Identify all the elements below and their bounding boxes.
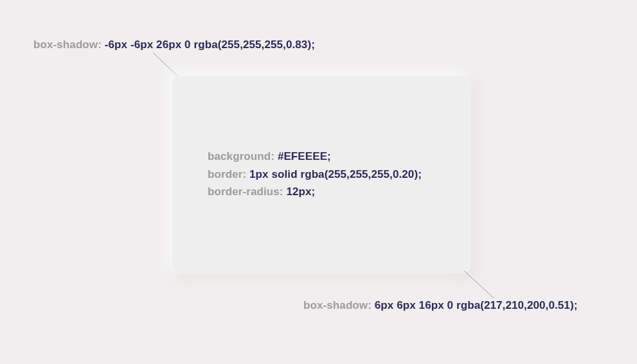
- css-property-label: border-radius:: [208, 186, 283, 198]
- css-value-label: 6px 6px 16px 0 rgba(217,210,200,0.51);: [375, 299, 578, 311]
- card-css-block: background: #EFEEEE; border: 1px solid r…: [208, 149, 422, 200]
- css-value-label: 1px solid rgba(255,255,255,0.20);: [249, 168, 422, 180]
- css-property-label: box-shadow:: [33, 39, 102, 51]
- css-property-label: border:: [208, 168, 246, 180]
- css-value-label: 12px;: [286, 186, 315, 198]
- leader-line-bottom: [460, 270, 499, 300]
- bottom-shadow-annotation: box-shadow: 6px 6px 16px 0 rgba(217,210,…: [303, 299, 577, 312]
- css-line-border-radius: border-radius: 12px;: [208, 184, 422, 200]
- top-shadow-annotation: box-shadow: -6px -6px 26px 0 rgba(255,25…: [33, 39, 315, 51]
- css-line-border: border: 1px solid rgba(255,255,255,0.20)…: [208, 167, 422, 183]
- css-property-label: background:: [208, 150, 274, 162]
- svg-line-1: [464, 271, 494, 298]
- css-line-background: background: #EFEEEE;: [208, 149, 422, 165]
- css-value-label: #EFEEEE;: [278, 150, 331, 162]
- css-property-label: box-shadow:: [303, 299, 372, 311]
- css-value-label: -6px -6px 26px 0 rgba(255,255,255,0.83);: [105, 39, 315, 51]
- neumorphic-card: background: #EFEEEE; border: 1px solid r…: [172, 76, 471, 273]
